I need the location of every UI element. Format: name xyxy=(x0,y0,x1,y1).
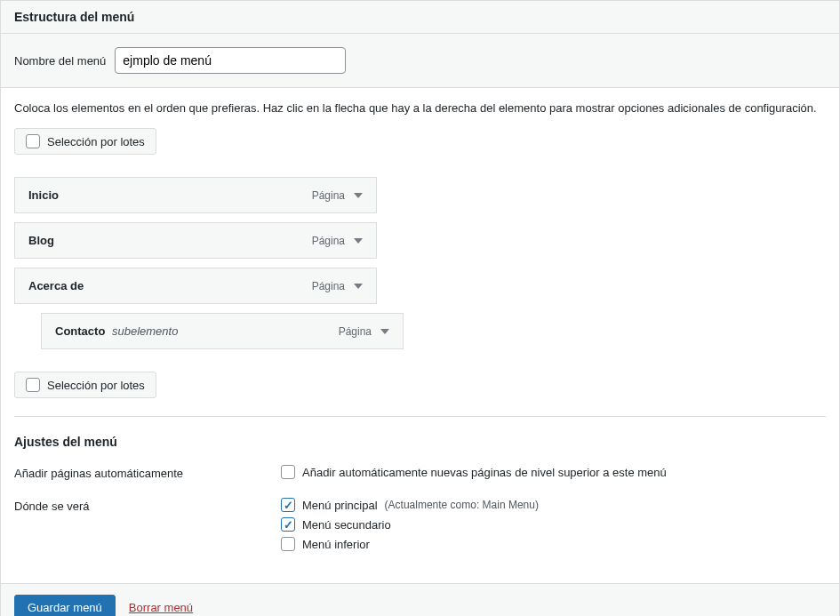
panel-title: Estructura del menú xyxy=(14,10,826,24)
auto-add-options: Añadir automáticamente nuevas páginas de… xyxy=(281,465,826,484)
panel-footer: Guardar menú Borrar menú xyxy=(1,583,839,616)
location-option-secondary[interactable]: Menú secundario xyxy=(281,517,826,532)
panel-header: Estructura del menú xyxy=(1,1,839,34)
chevron-down-icon[interactable] xyxy=(354,238,363,244)
menu-item-title: Blog xyxy=(28,234,54,247)
chevron-down-icon[interactable] xyxy=(354,284,363,289)
panel-body: Coloca los elementos en el orden que pre… xyxy=(1,88,839,583)
menu-item-meta: Página xyxy=(312,189,363,202)
menu-name-row: Nombre del menú xyxy=(1,34,839,88)
batch-select-bottom-button[interactable]: Selección por lotes xyxy=(14,372,156,398)
batch-select-top-button[interactable]: Selección por lotes xyxy=(14,128,156,155)
menu-items-list: Inicio Página Blog Página Acerca de Pági… xyxy=(14,177,826,349)
menu-item-meta: Página xyxy=(339,325,389,338)
sub-item-label: subelemento xyxy=(112,324,178,338)
menu-item-type: Página xyxy=(312,189,345,202)
location-options: Menú principal (Actualmente como: Main M… xyxy=(281,498,826,556)
location-option-label: Menú secundario xyxy=(302,518,391,532)
delete-menu-link[interactable]: Borrar menú xyxy=(129,601,193,614)
location-option-label: Menú inferior xyxy=(302,538,370,551)
checkbox-checked-icon xyxy=(281,498,295,512)
menu-settings-section: Ajustes del menú Añadir páginas automáti… xyxy=(14,416,826,556)
menu-item-title-text: Contacto xyxy=(55,324,105,338)
location-row: Dónde se verá Menú principal (Actualment… xyxy=(14,498,826,556)
checkbox-icon xyxy=(281,537,295,551)
checkbox-checked-icon xyxy=(281,517,295,532)
menu-item-type: Página xyxy=(339,325,372,338)
menu-name-label: Nombre del menú xyxy=(14,54,106,68)
menu-item-meta: Página xyxy=(312,280,363,292)
location-option-label: Menú principal xyxy=(302,499,378,512)
menu-item[interactable]: Inicio Página xyxy=(14,177,377,213)
location-option-main[interactable]: Menú principal (Actualmente como: Main M… xyxy=(281,498,826,512)
menu-structure-panel: Estructura del menú Nombre del menú Colo… xyxy=(0,0,840,616)
menu-item-title: Inicio xyxy=(28,188,59,202)
menu-item[interactable]: Blog Página xyxy=(14,222,377,259)
checkbox-icon xyxy=(26,134,40,148)
auto-add-label: Añadir páginas automáticamente xyxy=(14,465,281,484)
chevron-down-icon[interactable] xyxy=(354,193,363,198)
save-menu-button[interactable]: Guardar menú xyxy=(14,595,116,616)
menu-item-title: Acerca de xyxy=(28,279,84,292)
menu-item-type: Página xyxy=(312,280,345,292)
batch-select-label: Selección por lotes xyxy=(47,379,145,392)
location-option-footer[interactable]: Menú inferior xyxy=(281,537,826,551)
location-option-hint: (Actualmente como: Main Menu) xyxy=(385,499,539,511)
instructions-text: Coloca los elementos en el orden que pre… xyxy=(14,101,826,115)
menu-item-title: Contacto subelemento xyxy=(55,324,178,338)
menu-item-type: Página xyxy=(312,235,345,247)
menu-item-meta: Página xyxy=(312,235,363,247)
auto-add-option-label: Añadir automáticamente nuevas páginas de… xyxy=(302,466,667,479)
menu-item[interactable]: Acerca de Página xyxy=(14,268,377,304)
auto-add-checkbox-row[interactable]: Añadir automáticamente nuevas páginas de… xyxy=(281,465,826,479)
batch-select-label: Selección por lotes xyxy=(47,135,145,148)
checkbox-icon xyxy=(281,465,295,479)
chevron-down-icon[interactable] xyxy=(380,329,389,334)
menu-name-input[interactable] xyxy=(115,47,346,74)
checkbox-icon xyxy=(26,378,40,392)
auto-add-row: Añadir páginas automáticamente Añadir au… xyxy=(14,465,826,484)
menu-item-sub[interactable]: Contacto subelemento Página xyxy=(41,313,404,349)
settings-title: Ajustes del menú xyxy=(14,435,826,449)
location-label: Dónde se verá xyxy=(14,498,281,556)
